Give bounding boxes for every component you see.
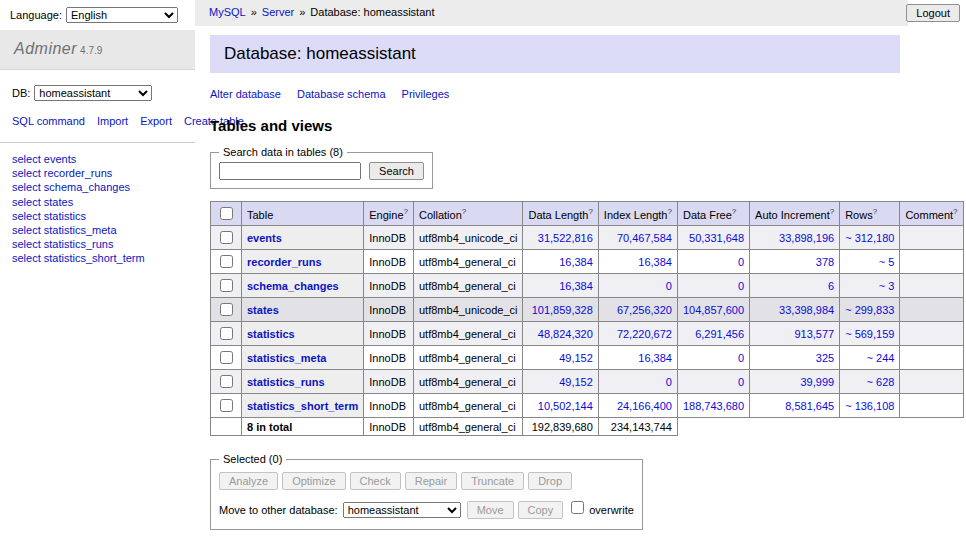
sidebar-table-link[interactable]: select recorder_runs xyxy=(12,167,183,180)
rows-link[interactable]: ~ 312,180 xyxy=(845,232,894,244)
data-free-link[interactable]: 0 xyxy=(738,352,744,364)
data-free-link[interactable]: 188,743,680 xyxy=(683,400,744,412)
data-length-link[interactable]: 16,384 xyxy=(559,280,593,292)
table-name-link[interactable]: states xyxy=(247,304,279,316)
overwrite-checkbox[interactable] xyxy=(571,501,584,514)
sidebar-action-link[interactable]: SQL command xyxy=(12,115,85,127)
index-length-link[interactable]: 16,384 xyxy=(638,352,672,364)
row-checkbox[interactable] xyxy=(220,327,233,340)
data-free-link[interactable]: 0 xyxy=(738,280,744,292)
operation-button[interactable]: Optimize xyxy=(282,472,345,490)
table-name-link[interactable]: statistics xyxy=(247,328,295,340)
data-length-link[interactable]: 49,152 xyxy=(559,376,593,388)
move-db-select[interactable]: homeassistant xyxy=(343,502,461,518)
table-name-link[interactable]: events xyxy=(247,232,282,244)
column-help-icon[interactable]: ? xyxy=(404,207,408,216)
data-length-link[interactable]: 10,502,144 xyxy=(538,400,593,412)
column-help-icon[interactable]: ? xyxy=(462,207,466,216)
sidebar-action-link[interactable]: Import xyxy=(97,115,128,127)
data-free-link[interactable]: 0 xyxy=(738,376,744,388)
row-checkbox[interactable] xyxy=(220,255,233,268)
breadcrumb-link-mysql[interactable]: MySQL xyxy=(209,6,246,18)
auto-increment-link[interactable]: 325 xyxy=(816,352,834,364)
column-help-icon[interactable]: ? xyxy=(873,207,877,216)
operation-button[interactable]: Check xyxy=(350,472,401,490)
comment-cell xyxy=(900,250,963,274)
index-length-link[interactable]: 70,467,584 xyxy=(617,232,672,244)
language-select[interactable]: English xyxy=(66,7,178,23)
auto-increment-link[interactable]: 8,581,645 xyxy=(785,400,834,412)
index-length-link[interactable]: 67,256,320 xyxy=(617,304,672,316)
database-nav-link[interactable]: Alter database xyxy=(210,88,281,100)
table-name-link[interactable]: statistics_runs xyxy=(247,376,325,388)
rows-link[interactable]: ~ 569,159 xyxy=(845,328,894,340)
database-nav-link[interactable]: Privileges xyxy=(402,88,450,100)
data-length-link[interactable]: 16,384 xyxy=(559,256,593,268)
operation-button[interactable]: Drop xyxy=(528,472,572,490)
data-length-cell: 48,824,320 xyxy=(523,322,598,346)
table-name-link[interactable]: statistics_short_term xyxy=(247,400,358,412)
auto-increment-link[interactable]: 378 xyxy=(816,256,834,268)
index-length-link[interactable]: 24,166,400 xyxy=(617,400,672,412)
rows-link[interactable]: ~ 3 xyxy=(879,280,895,292)
copy-button[interactable]: Copy xyxy=(518,501,564,519)
operation-button[interactable]: Truncate xyxy=(461,472,524,490)
column-help-icon[interactable]: ? xyxy=(830,207,834,216)
data-length-link[interactable]: 48,824,320 xyxy=(538,328,593,340)
rows-link[interactable]: ~ 5 xyxy=(879,256,895,268)
column-help-icon[interactable]: ? xyxy=(732,207,736,216)
data-free-link[interactable]: 104,857,600 xyxy=(683,304,744,316)
rows-link[interactable]: ~ 299,833 xyxy=(845,304,894,316)
sidebar-table-link[interactable]: select statistics xyxy=(12,210,183,223)
auto-increment-link[interactable]: 913,577 xyxy=(794,328,834,340)
data-free-link[interactable]: 0 xyxy=(738,256,744,268)
logout-button[interactable]: Logout xyxy=(906,4,960,22)
auto-increment-link[interactable]: 39,999 xyxy=(801,376,835,388)
column-help-icon[interactable]: ? xyxy=(953,207,957,216)
data-length-link[interactable]: 101,859,328 xyxy=(532,304,593,316)
row-checkbox[interactable] xyxy=(220,375,233,388)
data-free-link[interactable]: 6,291,456 xyxy=(695,328,744,340)
row-checkbox[interactable] xyxy=(220,351,233,364)
column-help-icon[interactable]: ? xyxy=(667,207,671,216)
rows-link[interactable]: ~ 244 xyxy=(867,352,895,364)
move-row: Move to other database:homeassistantMove… xyxy=(219,498,634,519)
row-checkbox[interactable] xyxy=(220,399,233,412)
auto-increment-link[interactable]: 33,398,984 xyxy=(779,304,834,316)
data-length-link[interactable]: 49,152 xyxy=(559,352,593,364)
table-name-link[interactable]: statistics_meta xyxy=(247,352,327,364)
breadcrumb-link-server[interactable]: Server xyxy=(262,6,294,18)
row-checkbox[interactable] xyxy=(220,279,233,292)
sidebar-table-link[interactable]: select schema_changes xyxy=(12,181,183,194)
auto-increment-link[interactable]: 6 xyxy=(828,280,834,292)
data-free-link[interactable]: 50,331,648 xyxy=(689,232,744,244)
database-nav-link[interactable]: Database schema xyxy=(297,88,386,100)
index-length-link[interactable]: 0 xyxy=(666,376,672,388)
db-select[interactable]: homeassistant xyxy=(34,85,152,101)
index-length-link[interactable]: 72,220,672 xyxy=(617,328,672,340)
table-name-link[interactable]: recorder_runs xyxy=(247,256,322,268)
sidebar-table-link[interactable]: select statistics_short_term xyxy=(12,252,183,265)
row-checkbox[interactable] xyxy=(220,303,233,316)
rows-link[interactable]: ~ 628 xyxy=(867,376,895,388)
index-length-link[interactable]: 0 xyxy=(666,280,672,292)
sidebar-table-link[interactable]: select events xyxy=(12,153,183,166)
operation-button[interactable]: Repair xyxy=(405,472,457,490)
row-checkbox[interactable] xyxy=(220,231,233,244)
column-help-icon[interactable]: ? xyxy=(588,207,592,216)
sidebar-table-link[interactable]: select states xyxy=(12,196,183,209)
data-length-link[interactable]: 31,522,816 xyxy=(538,232,593,244)
sidebar-table-link[interactable]: select statistics_meta xyxy=(12,224,183,237)
index-length-link[interactable]: 16,384 xyxy=(638,256,672,268)
sidebar-action-link[interactable]: Export xyxy=(140,115,172,127)
operation-button[interactable]: Analyze xyxy=(219,472,278,490)
sidebar-table-link[interactable]: select statistics_runs xyxy=(12,238,183,251)
search-button[interactable]: Search xyxy=(369,162,424,180)
select-all-checkbox[interactable] xyxy=(220,207,233,220)
rows-link[interactable]: ~ 136,108 xyxy=(845,400,894,412)
column-header: Data Free? xyxy=(677,202,749,226)
move-button[interactable]: Move xyxy=(467,501,514,519)
table-name-link[interactable]: schema_changes xyxy=(247,280,339,292)
search-input[interactable] xyxy=(219,162,361,180)
auto-increment-link[interactable]: 33,898,196 xyxy=(779,232,834,244)
